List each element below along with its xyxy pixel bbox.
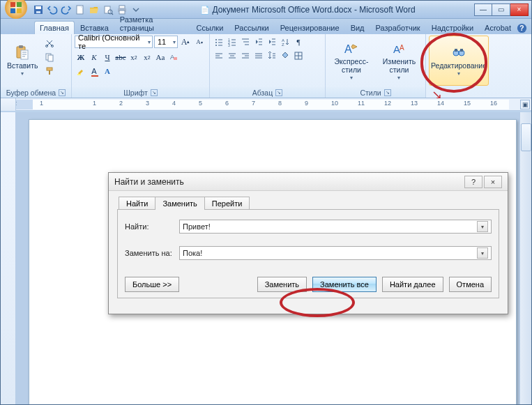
- find-next-button[interactable]: Найти далее: [382, 277, 443, 292]
- text-effects-icon[interactable]: A: [101, 65, 114, 77]
- dialog-help-button[interactable]: ?: [464, 176, 482, 188]
- cancel-button[interactable]: Отмена: [449, 277, 492, 292]
- minimize-button[interactable]: —: [474, 3, 492, 16]
- replace-input[interactable]: Пока! ▾: [179, 246, 492, 260]
- tab-developer[interactable]: Разработчик: [370, 21, 426, 34]
- tab-review[interactable]: Рецензирование: [275, 21, 345, 34]
- tab-addins[interactable]: Надстройки: [426, 21, 479, 34]
- font-name-combo[interactable]: Calibri (Основной те▾: [75, 36, 153, 48]
- find-replace-dialog: Найти и заменить ? × Найти Заменить Пере…: [108, 172, 508, 314]
- clear-format-icon[interactable]: A: [167, 51, 180, 63]
- align-right-icon[interactable]: [239, 49, 252, 62]
- scrollbar-thumb[interactable]: [521, 123, 531, 151]
- svg-rect-28: [77, 74, 81, 75]
- svg-rect-18: [19, 45, 23, 48]
- dialog-tab-goto[interactable]: Перейти: [204, 197, 250, 210]
- ruler-numbers: 211234567891011121314151617: [16, 100, 509, 109]
- change-styles-label: Изменить стили: [379, 58, 419, 74]
- dialog-tab-replace[interactable]: Заменить: [155, 197, 204, 210]
- align-left-icon[interactable]: [213, 49, 225, 62]
- redo-icon[interactable]: [61, 4, 72, 15]
- find-input-value: Привет!: [183, 222, 211, 231]
- undo-icon[interactable]: [47, 4, 58, 15]
- ruler-tick: 2: [16, 100, 17, 107]
- cut-icon[interactable]: [43, 37, 56, 49]
- font-launcher[interactable]: ↘: [151, 89, 158, 96]
- help-icon[interactable]: ?: [517, 23, 527, 34]
- editing-button[interactable]: Редактирование ▾: [429, 36, 489, 86]
- group-font: Calibri (Основной те▾ 11▾ A▴ A▾ Ж К Ч ab…: [72, 34, 210, 98]
- group-editing: Редактирование ▾: [426, 34, 492, 98]
- font-color-icon[interactable]: A: [88, 65, 100, 77]
- svg-rect-1: [10, 2, 15, 7]
- dialog-titlebar[interactable]: Найти и заменить ? ×: [109, 173, 508, 191]
- change-styles-icon: AA: [390, 40, 407, 57]
- office-button[interactable]: [3, 0, 29, 20]
- save-icon[interactable]: [33, 4, 44, 15]
- italic-button[interactable]: К: [88, 51, 100, 63]
- change-case-icon[interactable]: Aa: [154, 51, 167, 63]
- paste-button[interactable]: Вставить ▾: [3, 36, 42, 86]
- subscript-icon[interactable]: x2: [128, 51, 140, 63]
- tab-mailings[interactable]: Рассылки: [229, 21, 274, 34]
- svg-rect-76: [460, 49, 463, 52]
- svg-point-31: [215, 42, 217, 43]
- highlight-icon[interactable]: [75, 65, 87, 77]
- strike-icon[interactable]: abc: [114, 51, 127, 63]
- font-size-combo[interactable]: 11▾: [154, 36, 178, 48]
- tab-view[interactable]: Вид: [345, 21, 370, 34]
- more-button[interactable]: Больше >>: [125, 277, 179, 292]
- indent-inc-icon[interactable]: [266, 36, 278, 48]
- format-painter-icon[interactable]: [43, 65, 56, 77]
- multilevel-icon[interactable]: [239, 36, 252, 48]
- sort-icon[interactable]: AZ: [279, 36, 291, 48]
- styles-launcher[interactable]: ↘: [384, 89, 391, 96]
- quick-styles-button[interactable]: A Экспресс-стили ▾: [328, 36, 374, 86]
- grow-font-icon[interactable]: A▴: [179, 36, 192, 48]
- para-launcher[interactable]: ↘: [275, 89, 282, 96]
- open-icon[interactable]: [89, 4, 100, 15]
- superscript-icon[interactable]: x2: [141, 51, 153, 63]
- indent-dec-icon[interactable]: [252, 36, 265, 48]
- show-marks-icon[interactable]: ¶: [292, 36, 305, 48]
- tab-acrobat[interactable]: Acrobat: [479, 21, 517, 34]
- borders-icon[interactable]: [292, 49, 305, 62]
- bullets-icon[interactable]: [213, 36, 225, 48]
- svg-rect-6: [36, 6, 41, 9]
- ruler-toggle-icon[interactable]: ▣: [520, 100, 530, 109]
- svg-point-29: [215, 39, 217, 40]
- close-window-button[interactable]: ×: [510, 3, 529, 16]
- clipboard-launcher[interactable]: ↘: [59, 89, 66, 96]
- shrink-font-icon[interactable]: A▾: [193, 36, 206, 48]
- line-spacing-icon[interactable]: [266, 49, 278, 62]
- print-preview-icon[interactable]: [102, 4, 114, 15]
- underline-button[interactable]: Ч: [101, 51, 114, 63]
- vertical-ruler: [1, 112, 16, 404]
- replace-all-button[interactable]: Заменить все: [312, 277, 377, 292]
- dialog-title-text: Найти и заменить: [114, 177, 184, 187]
- vertical-scrollbar[interactable]: [519, 112, 531, 404]
- new-icon[interactable]: [75, 4, 86, 15]
- copy-icon[interactable]: [43, 51, 56, 63]
- tab-layout[interactable]: Разметка страницы: [114, 13, 191, 34]
- ribbon-tabs: Главная Вставка Разметка страницы Ссылки…: [1, 19, 531, 34]
- change-styles-button[interactable]: AA Изменить стили ▾: [376, 36, 423, 86]
- tab-home[interactable]: Главная: [34, 21, 75, 34]
- tab-insert[interactable]: Вставка: [75, 21, 114, 34]
- find-history-dropdown[interactable]: ▾: [477, 221, 488, 232]
- align-center-icon[interactable]: [226, 49, 238, 62]
- replace-button[interactable]: Заменить: [257, 277, 307, 292]
- ruler-tick: 7: [252, 100, 255, 107]
- dialog-tab-find[interactable]: Найти: [119, 197, 155, 210]
- dialog-close-button[interactable]: ×: [484, 176, 502, 188]
- bold-button[interactable]: Ж: [75, 51, 87, 63]
- tab-references[interactable]: Ссылки: [191, 21, 229, 34]
- replace-history-dropdown[interactable]: ▾: [477, 247, 488, 259]
- maximize-button[interactable]: ▭: [492, 3, 510, 16]
- justify-icon[interactable]: [252, 49, 265, 62]
- shading-icon[interactable]: [279, 49, 291, 62]
- ruler-tick: 2: [119, 100, 123, 107]
- numbering-icon[interactable]: 123: [226, 36, 238, 48]
- group-clipboard-label: Буфер обмена↘: [1, 87, 71, 98]
- find-input[interactable]: Привет! ▾: [179, 220, 492, 234]
